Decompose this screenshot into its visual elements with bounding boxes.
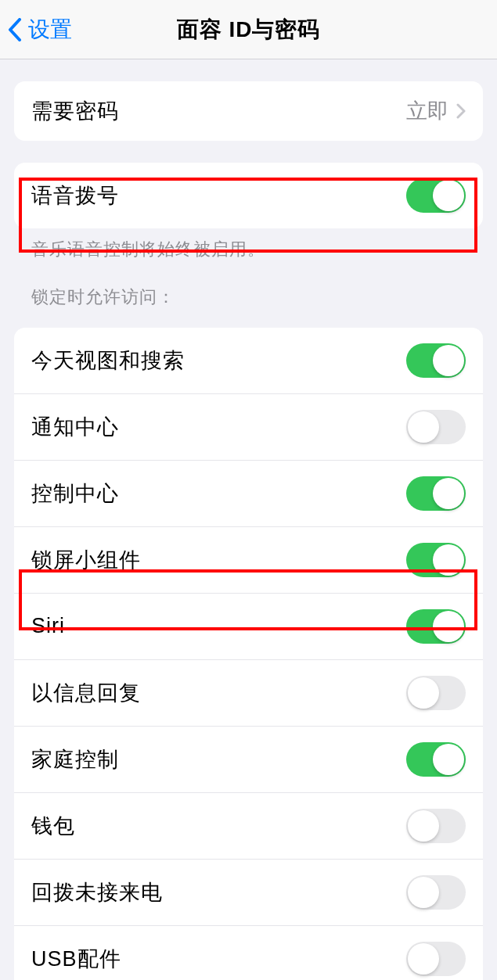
locked-access-header: 锁定时允许访问： (14, 262, 483, 317)
voice-dial-label: 语音拨号 (31, 181, 119, 210)
group-voice-dial: 语音拨号 (14, 163, 483, 228)
toggle-knob (408, 411, 439, 443)
toggle-knob (433, 478, 464, 509)
require-passcode-value: 立即 (406, 97, 466, 125)
locked-access-item-toggle[interactable] (406, 343, 466, 378)
row-voice-dial: 语音拨号 (14, 163, 483, 228)
back-label: 设置 (28, 15, 72, 45)
back-button[interactable]: 设置 (0, 15, 72, 45)
group-require-passcode: 需要密码 立即 (14, 81, 483, 141)
nav-header: 设置 面容 ID与密码 (0, 0, 497, 59)
row-locked-access-item: 锁屏小组件 (14, 527, 483, 594)
row-locked-access-item: 回拨未接来电 (14, 860, 483, 926)
toggle-knob (433, 180, 464, 211)
locked-access-item-label: 以信息回复 (31, 679, 141, 707)
locked-access-item-toggle[interactable] (406, 809, 466, 843)
toggle-knob (433, 544, 464, 576)
row-locked-access-item: Siri (14, 594, 483, 660)
locked-access-item-label: 回拨未接来电 (31, 878, 163, 906)
row-locked-access-item: 控制中心 (14, 461, 483, 527)
locked-access-item-label: 家庭控制 (31, 745, 119, 774)
toggle-knob (408, 810, 439, 842)
locked-access-item-toggle[interactable] (406, 609, 466, 644)
row-locked-access-item: 钱包 (14, 793, 483, 860)
locked-access-item-toggle[interactable] (406, 410, 466, 444)
toggle-knob (433, 345, 464, 376)
chevron-right-icon (456, 103, 466, 119)
locked-access-item-label: Siri (31, 614, 65, 638)
locked-access-item-label: 控制中心 (31, 479, 119, 508)
group-locked-access: 今天视图和搜索通知中心控制中心锁屏小组件Siri以信息回复家庭控制钱包回拨未接来… (14, 328, 483, 980)
row-locked-access-item: 通知中心 (14, 394, 483, 461)
toggle-knob (408, 943, 439, 975)
locked-access-item-toggle[interactable] (406, 476, 466, 511)
row-locked-access-item: 今天视图和搜索 (14, 328, 483, 394)
locked-access-item-label: 钱包 (31, 812, 75, 840)
content-area: 需要密码 立即 语音拨号 音乐语音控制将始终被启用。 锁定时允许访问： 今天视图… (0, 81, 497, 980)
locked-access-item-toggle[interactable] (406, 543, 466, 577)
page-title: 面容 ID与密码 (177, 15, 321, 45)
locked-access-item-label: 今天视图和搜索 (31, 346, 185, 375)
toggle-knob (408, 877, 439, 908)
row-locked-access-item: USB配件 (14, 926, 483, 980)
row-locked-access-item: 家庭控制 (14, 727, 483, 793)
voice-dial-footer: 音乐语音控制将始终被启用。 (14, 228, 483, 262)
locked-access-item-label: 通知中心 (31, 413, 119, 441)
locked-access-item-toggle[interactable] (406, 942, 466, 976)
locked-access-item-toggle[interactable] (406, 676, 466, 710)
toggle-knob (433, 744, 464, 775)
voice-dial-toggle[interactable] (406, 178, 466, 213)
toggle-knob (433, 611, 464, 642)
locked-access-item-toggle[interactable] (406, 875, 466, 910)
row-locked-access-item: 以信息回复 (14, 660, 483, 727)
locked-access-item-toggle[interactable] (406, 742, 466, 777)
require-passcode-value-text: 立即 (406, 97, 448, 125)
chevron-left-icon (8, 18, 22, 41)
require-passcode-label: 需要密码 (31, 97, 119, 125)
locked-access-item-label: 锁屏小组件 (31, 546, 141, 574)
toggle-knob (408, 677, 439, 709)
locked-access-item-label: USB配件 (31, 945, 121, 973)
row-require-passcode[interactable]: 需要密码 立即 (14, 81, 483, 141)
